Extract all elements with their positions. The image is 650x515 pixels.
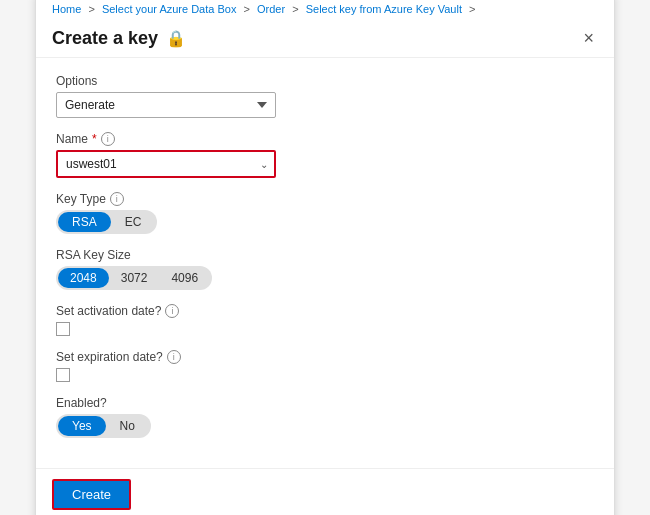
expiration-date-group: Set expiration date? i [56, 350, 594, 382]
activation-date-group: Set activation date? i [56, 304, 594, 336]
activation-date-checkbox[interactable] [56, 322, 70, 336]
rsa-size-4096-button[interactable]: 4096 [159, 268, 210, 288]
enabled-group: Enabled? Yes No [56, 396, 594, 438]
key-type-ec-button[interactable]: EC [111, 212, 156, 232]
key-type-label: Key Type i [56, 192, 594, 206]
name-group: Name * i ⌄ [56, 132, 594, 178]
enabled-toggle: Yes No [56, 414, 151, 438]
create-button[interactable]: Create [52, 479, 131, 510]
breadcrumb-select-data-box[interactable]: Select your Azure Data Box [102, 3, 237, 15]
dialog-header: Create a key 🔒 × [36, 19, 614, 58]
name-info-icon[interactable]: i [101, 132, 115, 146]
activation-info-icon[interactable]: i [165, 304, 179, 318]
expiration-date-checkbox[interactable] [56, 368, 70, 382]
key-type-group: Key Type i RSA EC [56, 192, 594, 234]
name-input-wrapper: ⌄ [56, 150, 276, 178]
dialog-body: Options Generate Name * i ⌄ Key Type i [36, 58, 614, 468]
breadcrumb-select-key[interactable]: Select key from Azure Key Vault [306, 3, 462, 15]
name-label: Name * i [56, 132, 594, 146]
rsa-key-size-label: RSA Key Size [56, 248, 594, 262]
key-type-rsa-button[interactable]: RSA [58, 212, 111, 232]
expiration-info-icon[interactable]: i [167, 350, 181, 364]
enabled-no-button[interactable]: No [106, 416, 149, 436]
name-chevron-icon: ⌄ [254, 159, 274, 170]
dialog-title: Create a key [52, 28, 158, 49]
key-type-info-icon[interactable]: i [110, 192, 124, 206]
rsa-size-3072-button[interactable]: 3072 [109, 268, 160, 288]
dialog-footer: Create [36, 468, 614, 515]
options-group: Options Generate [56, 74, 594, 118]
enabled-label: Enabled? [56, 396, 594, 410]
expiration-date-label: Set expiration date? i [56, 350, 594, 364]
key-type-toggle: RSA EC [56, 210, 157, 234]
rsa-key-size-toggle: 2048 3072 4096 [56, 266, 212, 290]
enabled-yes-button[interactable]: Yes [58, 416, 106, 436]
lock-icon: 🔒 [166, 29, 186, 48]
breadcrumb: Home > Select your Azure Data Box > Orde… [36, 0, 614, 19]
options-select[interactable]: Generate [56, 92, 276, 118]
rsa-size-2048-button[interactable]: 2048 [58, 268, 109, 288]
close-button[interactable]: × [579, 27, 598, 49]
create-key-dialog: Home > Select your Azure Data Box > Orde… [35, 0, 615, 515]
breadcrumb-home[interactable]: Home [52, 3, 81, 15]
required-indicator: * [92, 132, 97, 146]
activation-date-label: Set activation date? i [56, 304, 594, 318]
name-input[interactable] [58, 152, 254, 176]
breadcrumb-order[interactable]: Order [257, 3, 285, 15]
rsa-key-size-group: RSA Key Size 2048 3072 4096 [56, 248, 594, 290]
options-label: Options [56, 74, 594, 88]
